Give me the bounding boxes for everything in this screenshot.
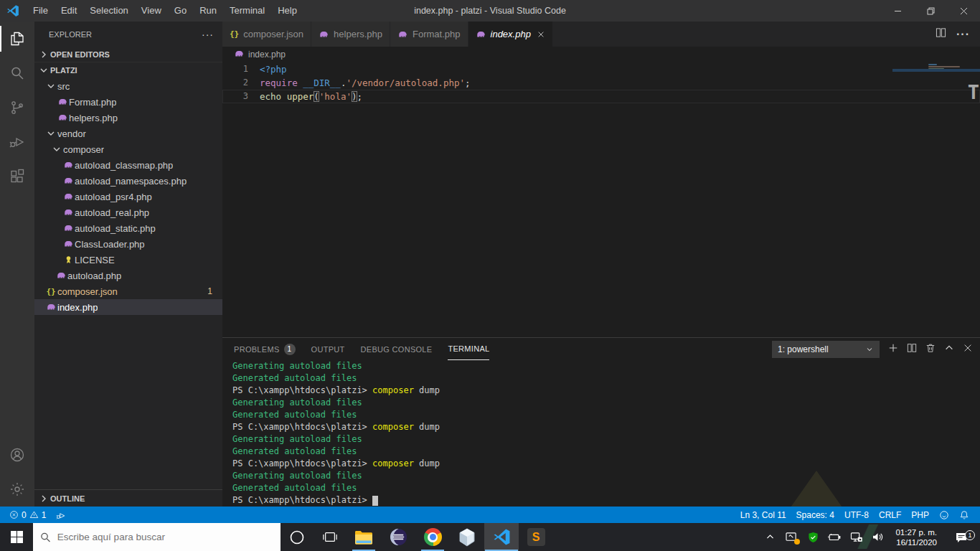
taskbar-app-3d-viewer[interactable] (450, 523, 484, 551)
tree-item-autoload-classmap-php[interactable]: autoload_classmap.php (34, 157, 222, 173)
json-file-icon: {} (230, 29, 239, 39)
activity-account[interactable] (0, 438, 34, 472)
outline-section[interactable]: OUTLINE (34, 489, 222, 507)
debug-status[interactable] (51, 507, 71, 523)
tree-item-src[interactable]: src (34, 78, 222, 94)
panel-tab-terminal[interactable]: TERMINAL (448, 338, 489, 360)
taskbar-app-vscode[interactable] (484, 523, 519, 551)
tree-item-index-php[interactable]: index.php (34, 299, 222, 315)
activity-run-debug[interactable] (0, 125, 34, 159)
php-file-icon (63, 207, 74, 217)
tree-item-open-editors[interactable]: OPEN EDITORS (34, 47, 222, 62)
php-file-icon (234, 49, 245, 59)
close-tab-icon[interactable] (537, 30, 545, 39)
activity-explorer[interactable] (0, 22, 34, 56)
taskbar-app-chrome[interactable] (415, 523, 450, 551)
taskbar-search[interactable] (33, 523, 281, 551)
taskbar-app-eclipse[interactable] (381, 523, 415, 551)
close-button[interactable] (947, 0, 980, 22)
terminal-line: Generated autoload files (232, 372, 980, 385)
kill-terminal-icon[interactable] (925, 343, 936, 356)
maximize-panel-icon[interactable] (944, 343, 954, 356)
terminal-output[interactable]: Generating autoload filesGenerated autol… (222, 360, 980, 507)
search-input[interactable] (57, 532, 273, 542)
menu-selection[interactable]: Selection (83, 0, 134, 22)
notifications-status[interactable] (954, 507, 974, 523)
status-eol[interactable]: CRLF (874, 507, 906, 523)
menu-help[interactable]: Help (271, 0, 303, 22)
tree-item-autoload-real-php[interactable]: autoload_real.php (34, 204, 222, 220)
close-panel-icon[interactable] (963, 343, 973, 356)
warning-icon (29, 510, 39, 519)
tree-item-vendor[interactable]: vendor (34, 126, 222, 141)
menu-file[interactable]: File (27, 0, 55, 22)
tab-format-php[interactable]: Format.php (390, 22, 468, 47)
feedback-status[interactable] (934, 507, 954, 523)
tree-item-license[interactable]: LICENSE (34, 252, 222, 268)
window-controls (881, 0, 980, 22)
tab-composer-json[interactable]: {}composer.json (222, 22, 311, 47)
breadcrumb[interactable]: index.php (222, 47, 980, 62)
tree-item-platzi[interactable]: PLATZI (34, 62, 222, 78)
menu-go[interactable]: Go (168, 0, 193, 22)
task-view-button[interactable] (314, 523, 347, 551)
tree-item-autoload-static-php[interactable]: autoload_static.php (34, 220, 222, 236)
battery-icon[interactable] (825, 523, 844, 551)
menu-edit[interactable]: Edit (55, 0, 83, 22)
tree-item-classloader-php[interactable]: ClassLoader.php (34, 236, 222, 252)
minimize-button[interactable] (881, 0, 914, 22)
code-editor[interactable]: 1<?php2require __DIR__.'/vendor/autoload… (222, 62, 980, 337)
network-icon[interactable] (847, 523, 865, 551)
panel-tab-debug-console[interactable]: DEBUG CONSOLE (361, 338, 433, 360)
tree-item-composer[interactable]: composer (34, 141, 222, 157)
windows-taskbar: S 01:27 p. m. 16/11/2020 1 (0, 523, 980, 551)
php-file-icon (63, 160, 74, 170)
tree-item-format-php[interactable]: Format.php (34, 94, 222, 110)
menu-terminal[interactable]: Terminal (223, 0, 271, 22)
tree-item-composer-json[interactable]: {} composer.json 1 (34, 283, 222, 299)
taskbar-app-sublime-text[interactable]: S (519, 523, 553, 551)
editor-tab-bar: {}composer.json helpers.php Format.php i… (222, 22, 980, 47)
split-terminal-icon[interactable] (907, 343, 917, 356)
start-button[interactable] (0, 523, 33, 551)
display-sync-icon[interactable] (782, 523, 801, 551)
task-view-icon (323, 531, 337, 544)
activity-source-control[interactable] (0, 90, 34, 125)
explorer-sidebar: EXPLORER ··· OPEN EDITORS PLATZI src For… (34, 22, 222, 507)
status-language-mode[interactable]: PHP (906, 507, 934, 523)
tray-clock[interactable]: 01:27 p. m. 16/11/2020 (890, 527, 943, 547)
status-indentation[interactable]: Spaces: 4 (791, 507, 839, 523)
tree-item-autoload-psr4-php[interactable]: autoload_psr4.php (34, 189, 222, 204)
split-editor-icon[interactable] (936, 27, 946, 41)
action-center-button[interactable]: 1 (946, 532, 977, 543)
security-shield-icon[interactable] (804, 523, 822, 551)
more-actions-icon[interactable]: ··· (956, 28, 970, 41)
explorer-actions-icon[interactable]: ··· (202, 29, 214, 40)
tray-expand-icon[interactable] (760, 523, 779, 551)
menu-run[interactable]: Run (193, 0, 223, 22)
activity-extensions[interactable] (0, 159, 34, 194)
tree-item-autoload-php[interactable]: autoload.php (34, 268, 222, 283)
menu-view[interactable]: View (135, 0, 168, 22)
panel-tab-problems[interactable]: PROBLEMS1 (234, 338, 296, 360)
cortana-button[interactable] (281, 523, 314, 551)
tree-item-helpers-php[interactable]: helpers.php (34, 110, 222, 126)
tab-index-php[interactable]: index.php (468, 22, 553, 47)
restore-button[interactable] (914, 0, 947, 22)
panel-tab-output[interactable]: OUTPUT (311, 338, 345, 360)
status-cursor-position[interactable]: Ln 3, Col 11 (735, 507, 791, 523)
terminal-select[interactable]: 1: powershell (772, 341, 880, 358)
problems-status[interactable]: 0 1 (4, 507, 51, 523)
tree-item-autoload-namespaces-php[interactable]: autoload_namespaces.php (34, 173, 222, 189)
taskbar-app-file-explorer[interactable] (347, 523, 381, 551)
activity-search[interactable] (0, 56, 34, 90)
new-terminal-icon[interactable] (888, 343, 898, 356)
terminal-line: PS C:\xampp\htdocs\platzi> (232, 494, 980, 507)
activity-settings[interactable] (0, 472, 34, 507)
status-bar: 0 1 Ln 3, Col 11Spaces: 4UTF-8CRLFPHP (0, 507, 980, 523)
status-encoding[interactable]: UTF-8 (839, 507, 874, 523)
terminal-line: Generating autoload files (232, 360, 980, 372)
php-file-icon (63, 176, 74, 186)
tab-helpers-php[interactable]: helpers.php (311, 22, 390, 47)
volume-icon[interactable] (868, 523, 887, 551)
